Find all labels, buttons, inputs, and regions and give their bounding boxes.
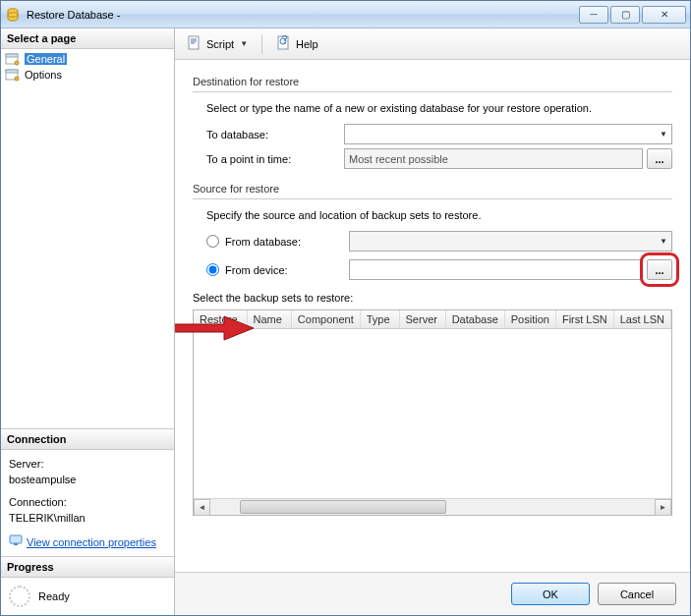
select-page-header: Select a page (1, 28, 174, 49)
server-label: Server: (9, 456, 166, 473)
chevron-down-icon: ▼ (660, 130, 667, 139)
from-database-combo: ▼ (349, 231, 672, 252)
to-point-value: Most recent possible (349, 153, 448, 165)
svg-rect-6 (6, 70, 18, 73)
destination-group-title: Destination for restore (193, 76, 672, 87)
connection-value: TELERIK\millan (9, 510, 166, 527)
script-label: Script (206, 38, 234, 50)
col-position[interactable]: Position (505, 310, 556, 328)
script-button[interactable]: Script ▼ (183, 33, 252, 55)
close-button[interactable]: ✕ (642, 6, 686, 24)
svg-rect-9 (14, 543, 18, 545)
page-list: General Options (1, 49, 174, 428)
from-database-radio[interactable] (206, 235, 219, 248)
cancel-button[interactable]: Cancel (598, 583, 676, 605)
content-area: Destination for restore Select or type t… (175, 60, 690, 572)
backup-sets-label: Select the backup sets to restore: (193, 292, 672, 304)
to-point-browse-button[interactable]: ... (647, 148, 672, 169)
svg-point-7 (15, 77, 19, 81)
source-instruction: Specify the source and location of backu… (206, 209, 672, 221)
to-point-textbox: Most recent possible (344, 148, 643, 169)
help-label: Help (296, 38, 318, 50)
page-icon (5, 68, 21, 82)
chevron-down-icon: ▼ (660, 237, 667, 246)
col-first-lsn[interactable]: First LSN (556, 310, 614, 328)
connection-label: Connection: (9, 494, 166, 511)
maximize-button[interactable]: ▢ (610, 6, 640, 24)
sidebar-item-general[interactable]: General (3, 51, 172, 67)
svg-rect-8 (10, 535, 22, 543)
link-label: View connection properties (27, 534, 156, 551)
col-database[interactable]: Database (446, 310, 505, 328)
col-last-lsn[interactable]: Last LSN (614, 310, 671, 328)
help-button[interactable]: ? Help (272, 33, 322, 55)
from-device-radio[interactable] (206, 263, 219, 276)
sidebar-item-label: General (25, 53, 67, 65)
grid-body (194, 329, 671, 498)
server-value: bosteampulse (9, 472, 166, 488)
monitor-icon (9, 534, 23, 551)
scroll-right-icon[interactable]: ► (655, 499, 671, 516)
svg-point-4 (15, 61, 19, 65)
progress-header: Progress (1, 557, 174, 578)
divider (193, 91, 672, 92)
to-database-label: To database: (206, 129, 344, 140)
page-icon (5, 52, 21, 66)
source-group-title: Source for restore (193, 183, 672, 195)
from-database-label: From database: (225, 236, 349, 248)
backup-sets-grid[interactable]: Restore Name Component Type Server Datab… (193, 309, 672, 516)
chevron-down-icon: ▼ (240, 39, 248, 48)
main-panel: Script ▼ ? Help Destination for restore … (175, 28, 690, 615)
col-component[interactable]: Component (292, 310, 361, 328)
destination-instruction: Select or type the name of a new or exis… (206, 102, 672, 114)
sidebar: Select a page General Options Connection… (1, 28, 175, 615)
toolbar: Script ▼ ? Help (175, 28, 690, 60)
to-point-label: To a point in time: (206, 153, 344, 165)
titlebar[interactable]: Restore Database - ─ ▢ ✕ (1, 1, 690, 28)
view-connection-properties-link[interactable]: View connection properties (9, 534, 156, 551)
grid-header: Restore Name Component Type Server Datab… (194, 310, 671, 329)
connection-header: Connection (1, 429, 174, 450)
from-device-label: From device: (225, 264, 349, 276)
svg-text:?: ? (281, 35, 287, 45)
sidebar-item-options[interactable]: Options (3, 67, 172, 83)
ok-button[interactable]: OK (511, 583, 590, 605)
window-title: Restore Database - (27, 9, 579, 21)
scroll-thumb[interactable] (240, 500, 446, 514)
svg-rect-3 (6, 54, 18, 57)
app-icon (5, 7, 21, 23)
help-icon: ? (276, 35, 292, 53)
dialog-window: Restore Database - ─ ▢ ✕ Select a page G… (0, 0, 691, 616)
col-restore[interactable]: Restore (194, 310, 248, 328)
from-device-textbox[interactable] (349, 259, 643, 280)
from-device-browse-button[interactable]: ... (647, 259, 672, 280)
col-name[interactable]: Name (248, 310, 292, 328)
horizontal-scrollbar[interactable]: ◄ ► (194, 498, 671, 515)
toolbar-separator (261, 34, 262, 54)
divider (193, 198, 672, 199)
script-icon (187, 35, 202, 53)
scroll-left-icon[interactable]: ◄ (194, 499, 210, 516)
progress-status: Ready (38, 590, 70, 602)
minimize-button[interactable]: ─ (579, 6, 608, 24)
to-database-combo[interactable]: ▼ (344, 124, 672, 144)
dialog-buttons: OK Cancel (175, 572, 690, 615)
progress-spinner-icon (9, 586, 30, 607)
col-type[interactable]: Type (361, 310, 400, 328)
col-server[interactable]: Server (400, 310, 446, 328)
sidebar-item-label: Options (25, 69, 62, 81)
